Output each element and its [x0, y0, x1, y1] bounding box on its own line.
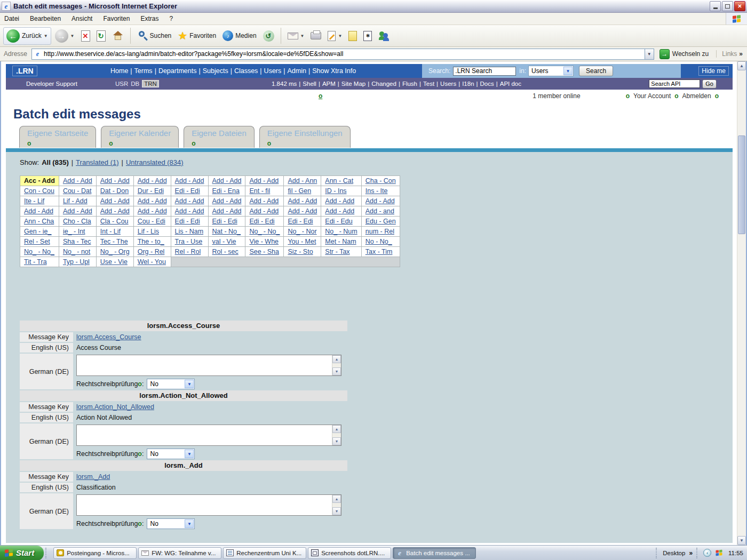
task-screenshots-dotlrn[interactable]: Screenshots dotLRN.... [308, 547, 391, 559]
media-button[interactable]: ♪ Medien [220, 29, 259, 43]
range-link-add-add-0-2[interactable]: Add - Add [100, 177, 130, 185]
tab-eigener-kalender[interactable]: Eigener Kalendero [101, 126, 179, 148]
dev-link-apm[interactable]: APM [322, 81, 336, 87]
range-link-lif-lis-5-3[interactable]: Lif - Lis [138, 228, 159, 235]
dev-link-flush[interactable]: Flush [402, 81, 417, 87]
range-link-org-rel-7-3[interactable]: Org - Rel [138, 248, 165, 255]
task-batch-edit-messages[interactable]: eBatch edit messages ... [393, 547, 476, 559]
textarea-scroll-down-icon[interactable]: ▼ [332, 437, 341, 445]
range-link-ann-cha-4-0[interactable]: Ann - Cha [24, 218, 54, 225]
range-link-tit-tra-8-0[interactable]: Tit - Tra [24, 258, 47, 266]
address-input[interactable]: e http://www.theservice.de/acs-lang/admi… [31, 49, 645, 60]
range-link-edi-edu-4-8[interactable]: Edi - Edu [325, 218, 352, 225]
range-link-siz-sto-7-7[interactable]: Siz - Sto [288, 248, 313, 255]
task-posteingang-micros[interactable]: Posteingang - Micros... [53, 547, 137, 559]
dev-link-docs[interactable]: Docs [480, 81, 494, 87]
logout-link[interactable]: Abmelden [682, 92, 711, 100]
task-fw-wg-teilnahme-v[interactable]: FW: WG: Teilnahme v... [138, 547, 221, 559]
dev-link-api-doc[interactable]: API doc [500, 81, 521, 87]
goto-button[interactable]: → Wechseln zu [657, 49, 711, 60]
tab-eigene-einstellungen[interactable]: Eigene Einstellungeno [259, 126, 351, 148]
range-link-ie-int-5-1[interactable]: ie_ - Int [63, 228, 85, 235]
range-link-dur-edi-1-3[interactable]: Dur - Edi [138, 187, 164, 195]
range-link-no-not-7-1[interactable]: No_ - not [63, 248, 90, 255]
dev-mode-trn[interactable]: TRN [142, 80, 159, 87]
spellcheck-marker-link[interactable]: o [138, 380, 142, 388]
range-link-edi-edi-1-4[interactable]: Edi - Edi [175, 187, 200, 195]
range-link-add-add-3-0[interactable]: Add - Add [24, 207, 53, 215]
scrollbar-thumb[interactable] [738, 135, 745, 234]
range-link-cou-dat-1-1[interactable]: Cou - Dat [63, 187, 92, 195]
range-link-no-no-5-6[interactable]: No_ - No_ [249, 228, 280, 235]
range-link-add-add-2-9[interactable]: Add - Add [365, 197, 395, 205]
range-link-con-cou-1-0[interactable]: Con - Cou [24, 187, 54, 195]
range-link-typ-upl-8-1[interactable]: Typ - Upl [63, 258, 90, 266]
nav-home[interactable]: Home [110, 67, 128, 75]
spellcheck-select[interactable]: No▼ [147, 518, 195, 529]
lrn-brand[interactable]: .LRN [12, 66, 37, 76]
edit-button[interactable]: ▼ [325, 29, 345, 43]
nav-subjects[interactable]: Subjects [203, 67, 228, 75]
range-link-edi-edi-4-6[interactable]: Edi - Edi [249, 218, 274, 225]
range-link-lif-add-2-1[interactable]: Lif - Add [63, 197, 88, 205]
range-link-dat-don-1-2[interactable]: Dat - Don [100, 187, 129, 195]
dev-mode-usr[interactable]: USR [115, 81, 128, 87]
tab-eigene-startseite[interactable]: Eigene Startseiteo [19, 126, 96, 148]
range-link-lis-nam-5-4[interactable]: Lis - Nam [175, 228, 203, 235]
address-dropdown-button[interactable]: ▼ [645, 49, 654, 60]
range-link-the-to-6-3[interactable]: The - to_ [138, 238, 164, 245]
tray-chevron-icon[interactable]: » [689, 549, 693, 557]
range-link-add-add-2-2[interactable]: Add - Add [100, 197, 130, 205]
close-button[interactable]: ✕ [734, 1, 745, 11]
range-link-add-add-3-5[interactable]: Add - Add [212, 207, 242, 215]
nav-departments[interactable]: Departments [158, 67, 197, 75]
your-account-link[interactable]: Your Account [633, 92, 671, 100]
range-link-vie-whe-6-6[interactable]: Vie - Whe [249, 238, 279, 245]
task-rechenzentrum-uni-k[interactable]: Rechenzentrum Uni K... [223, 547, 306, 559]
show-untranslated-link[interactable]: Untranslated (834) [126, 158, 184, 166]
range-link-add-add-2-3[interactable]: Add - Add [138, 197, 167, 205]
range-link-int-lif-5-2[interactable]: Int - Lif [100, 228, 121, 235]
spellcheck-select[interactable]: No▼ [147, 449, 195, 459]
tab-marker-link[interactable]: o [109, 140, 171, 147]
mail-button[interactable]: ▼ [285, 31, 307, 41]
range-link-add-add-3-1[interactable]: Add - Add [63, 207, 92, 215]
dev-link-changed[interactable]: Changed [371, 81, 396, 87]
history-button[interactable]: ↺ [260, 29, 277, 43]
range-link-sha-tec-6-1[interactable]: Sha - Tec [63, 238, 91, 245]
api-go-button[interactable]: Go [702, 79, 717, 89]
range-link-add-add-2-5[interactable]: Add - Add [212, 197, 242, 205]
range-link-ann-cat-0-8[interactable]: Ann - Cat [325, 177, 353, 185]
menu-favoriten[interactable]: Favoriten [103, 15, 130, 22]
range-link-see-sha-7-6[interactable]: See - Sha [249, 248, 279, 255]
range-link-tra-use-6-4[interactable]: Tra - Use [175, 238, 203, 245]
tray-back-icon[interactable]: ‹ [703, 549, 711, 557]
search-scope-select[interactable]: Users ▼ [528, 66, 574, 76]
range-link-add-add-3-2[interactable]: Add - Add [100, 207, 130, 215]
logout-marker-link[interactable]: o [674, 92, 678, 100]
spellcheck-marker-link[interactable]: o [138, 450, 142, 458]
message-key-link[interactable]: lorsm.Access_Course [76, 333, 141, 341]
range-link-add-add-0-3[interactable]: Add - Add [138, 177, 167, 185]
range-link-cho-cla-4-1[interactable]: Cho - Cla [63, 218, 91, 225]
textarea-scroll-up-icon[interactable]: ▲ [332, 425, 341, 433]
lrn-search-input[interactable] [453, 67, 516, 76]
range-link-id-ins-1-8[interactable]: ID - Ins [325, 187, 346, 195]
range-link-no-no-7-0[interactable]: No_ - No_ [24, 248, 54, 255]
mail-dropdown-icon[interactable]: ▼ [300, 34, 305, 38]
range-link-add-add-2-8[interactable]: Add - Add [325, 197, 354, 205]
nav-show-xtra-info[interactable]: Show Xtra Info [312, 67, 356, 75]
forward-dropdown-icon[interactable]: ▼ [70, 34, 75, 38]
spellcheck-select[interactable]: No▼ [147, 379, 195, 389]
range-link-edi-ena-1-5[interactable]: Edi - Ena [212, 187, 240, 195]
spellcheck-marker-link[interactable]: o [138, 520, 142, 527]
search-button-toolbar[interactable]: Suchen [134, 29, 174, 43]
account-marker-link[interactable]: o [626, 92, 630, 100]
start-button[interactable]: Start [0, 546, 44, 560]
range-link-edi-edi-4-4[interactable]: Edi - Edi [175, 218, 200, 225]
range-link-add-and-3-9[interactable]: Add - and [365, 207, 394, 215]
edit-dropdown-icon[interactable]: ▼ [338, 34, 342, 38]
scrollbar-track[interactable] [737, 70, 746, 536]
quicklaunch-handle[interactable] [45, 548, 50, 558]
tray-windows-icon[interactable] [716, 550, 722, 556]
